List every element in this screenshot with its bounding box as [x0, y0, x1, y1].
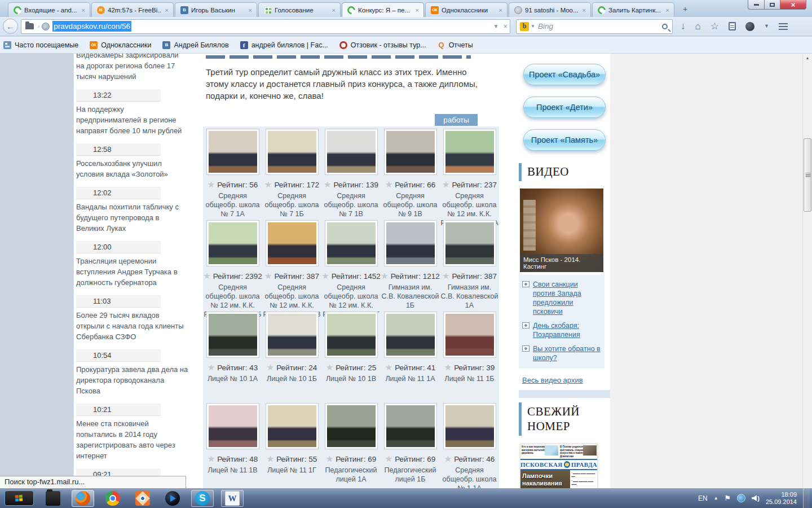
toolbar-dropdown-icon[interactable]: ▼: [764, 24, 769, 29]
rating-star-icon[interactable]: ★: [385, 362, 392, 372]
tab-close-icon[interactable]: ×: [81, 7, 86, 14]
window-close-button[interactable]: ×: [780, 0, 806, 10]
video-archive-link[interactable]: Весь видео архив: [522, 376, 583, 384]
entry-photo[interactable]: [266, 220, 319, 266]
entry-school-link[interactable]: Средняя общеобр. школа № 7 1А: [203, 191, 262, 218]
taskbar-folder-app[interactable]: [42, 490, 64, 507]
project-wedding-button[interactable]: Проект «Свадьба»: [523, 64, 606, 85]
taskbar-faststone-app[interactable]: [131, 490, 154, 507]
search-box[interactable]: b ▼ Bing: [516, 19, 673, 34]
show-desktop-button[interactable]: [803, 488, 810, 508]
rating-star-icon[interactable]: ★: [326, 362, 333, 372]
bookmark-frequent[interactable]: Часто посещаемые: [3, 41, 78, 49]
tab-close-icon[interactable]: ×: [331, 7, 337, 14]
bookmark-folder-icon[interactable]: [25, 23, 34, 29]
news-link[interactable]: На поддержку предпринимателей в регионе …: [76, 104, 188, 136]
new-tab-button[interactable]: +: [678, 4, 692, 15]
news-link[interactable]: Вандалы похитили табличку с будущего пут…: [76, 202, 188, 234]
taskbar-chrome-app[interactable]: [102, 490, 124, 507]
entry-school-link[interactable]: Лицей № 11 1Г: [262, 466, 321, 475]
rating-star-icon[interactable]: ★: [385, 179, 392, 189]
entry-photo[interactable]: [266, 403, 319, 449]
entry-school-link[interactable]: Лицей № 11 1В: [203, 466, 262, 475]
tab-close-icon[interactable]: ×: [581, 7, 587, 14]
entry-school-link[interactable]: Гимназия им. С.В. Ковалевской 1А: [440, 283, 499, 310]
project-children-button[interactable]: Проект «Дети»: [523, 97, 606, 118]
entry-school-link[interactable]: Лицей № 11 1А: [381, 374, 440, 383]
works-tab[interactable]: работы: [435, 114, 478, 126]
video-thumbnail[interactable]: Мисс Псков - 2014. Кастинг: [520, 189, 603, 272]
entry-school-link[interactable]: Педагогический лицей 1А: [321, 466, 381, 484]
rating-star-icon[interactable]: ★: [444, 362, 452, 372]
rating-star-icon[interactable]: ★: [385, 454, 392, 463]
network-icon[interactable]: [737, 494, 745, 502]
tab-voting[interactable]: Голосование×: [258, 2, 341, 17]
url-text-selected[interactable]: pravdapskov.ru/con/56: [52, 21, 131, 32]
video-link[interactable]: День скобаря: Поздравления: [533, 321, 601, 339]
entry-photo[interactable]: [325, 129, 378, 175]
entry-photo[interactable]: [443, 220, 496, 266]
tab-close-icon[interactable]: ×: [414, 7, 420, 14]
news-link[interactable]: Более 29 тысяч вкладов открыли с начала …: [76, 310, 188, 342]
scrollbar-thumb[interactable]: [804, 138, 811, 212]
start-button[interactable]: [5, 491, 34, 506]
entry-photo[interactable]: [384, 403, 437, 449]
rating-star-icon[interactable]: ★: [208, 179, 215, 189]
tray-expand-icon[interactable]: ▲: [714, 496, 718, 501]
news-link[interactable]: Россельхозбанк улучшил условия вклада «З…: [76, 158, 188, 179]
rating-star-icon[interactable]: ★: [442, 179, 449, 189]
entry-photo[interactable]: [384, 220, 437, 266]
entry-photo[interactable]: [443, 403, 496, 449]
entry-photo[interactable]: [325, 220, 378, 266]
rating-star-icon[interactable]: ★: [442, 271, 449, 281]
entry-photo[interactable]: [325, 312, 378, 358]
news-link[interactable]: Менее ста псковичей попытались в 2014 го…: [76, 418, 188, 461]
window-minimize-button[interactable]: [748, 0, 765, 10]
action-center-flag-icon[interactable]: ⚑: [725, 494, 731, 502]
tab-moonbitcoin[interactable]: 91 satoshi - Moo...×: [509, 2, 591, 17]
rating-star-icon[interactable]: ★: [267, 362, 274, 372]
tab-vk-profile[interactable]: ВИгорь Васькин×: [175, 2, 257, 17]
rating-star-icon[interactable]: ★: [264, 271, 272, 281]
rating-star-icon[interactable]: ★: [267, 454, 274, 463]
language-indicator[interactable]: EN: [698, 494, 708, 502]
rating-star-icon[interactable]: ★: [321, 271, 329, 281]
volume-icon[interactable]: ): [752, 495, 760, 502]
entry-school-link[interactable]: Лицей № 10 1Б: [262, 374, 321, 383]
taskbar-clock[interactable]: 18:09 25.09.2014: [766, 491, 797, 506]
rating-star-icon[interactable]: ★: [381, 271, 388, 281]
entry-school-link[interactable]: Лицей № 11 1Б: [440, 374, 499, 383]
downloads-icon[interactable]: ↓: [681, 21, 686, 31]
back-button[interactable]: ←: [3, 19, 18, 34]
newspaper-cover[interactable]: Кто и как переезжал от материка жителей …: [520, 444, 598, 488]
bookmark-odnoklassniki[interactable]: ОКОдноклассники: [90, 41, 151, 49]
scroll-up-arrow[interactable]: ▲: [803, 54, 812, 63]
url-clear-icon[interactable]: ×: [503, 22, 508, 30]
taskbar-skype-app[interactable]: S: [191, 490, 214, 507]
search-engine-caret-icon[interactable]: ▼: [531, 24, 535, 29]
rating-star-icon[interactable]: ★: [326, 454, 333, 463]
bookmark-otzovik[interactable]: Отзовик - отзывы тур...: [339, 41, 426, 49]
video-link[interactable]: Вы хотите обратно в школу?: [533, 344, 601, 362]
project-memory-button[interactable]: Проект «Память»: [523, 129, 606, 151]
tab-inbox[interactable]: Входящие - and...×: [8, 2, 90, 17]
tab-close-icon[interactable]: ×: [665, 7, 670, 14]
tab-close-icon[interactable]: ×: [498, 7, 504, 14]
entry-school-link[interactable]: Средняя общеобр. школа № 9 1В: [381, 191, 440, 218]
video-link[interactable]: Свои санкции против Запада предложили пс…: [533, 280, 601, 316]
bookmark-reports[interactable]: QОтчеты: [438, 41, 473, 49]
rating-star-icon[interactable]: ★: [444, 454, 452, 463]
entry-photo[interactable]: [325, 403, 378, 449]
entry-school-link[interactable]: Средняя общеобр. школа № 7 1В: [321, 191, 381, 218]
entry-photo[interactable]: [266, 312, 319, 358]
entry-photo[interactable]: [206, 220, 259, 266]
tab-close-icon[interactable]: ×: [164, 7, 170, 14]
news-link[interactable]: Прокуратура завела два дела на директора…: [76, 364, 188, 396]
tab-contest-active[interactable]: Конкурс: Я – пе...×: [342, 2, 424, 17]
entry-school-link[interactable]: Педагогический лицей 1Б: [381, 466, 440, 484]
entry-photo[interactable]: [206, 403, 259, 449]
entry-school-link[interactable]: Лицей № 10 1В: [321, 374, 381, 383]
window-maximize-button[interactable]: [765, 0, 780, 10]
entry-school-link[interactable]: Средняя общеобр. школа № 7 1Б: [262, 191, 321, 218]
entry-photo[interactable]: [443, 312, 496, 358]
